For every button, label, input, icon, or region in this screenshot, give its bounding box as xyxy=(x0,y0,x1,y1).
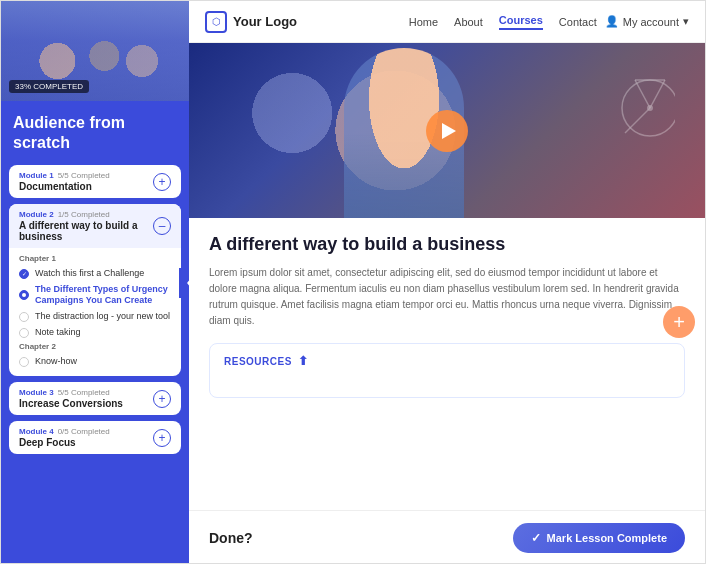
module-1-tag: Module 1 xyxy=(19,171,54,180)
top-nav: ⬡ Your Logo Home About Courses Contact 👤… xyxy=(189,1,705,43)
module-3-header[interactable]: Module 3 5/5 Completed Increase Conversi… xyxy=(9,382,181,415)
nav-account[interactable]: 👤 My account ▾ xyxy=(605,15,689,28)
course-thumbnail: 33% COMPLETED xyxy=(1,1,189,101)
lesson-text-5: Know-how xyxy=(35,356,77,368)
lesson-item[interactable]: The Different Types of Urgency Campaigns… xyxy=(19,282,171,309)
resources-section: RESOURCES ⬆ xyxy=(209,343,685,398)
module-4-status: 0/5 Completed xyxy=(58,427,110,436)
sidebar-collapse-button[interactable] xyxy=(179,268,189,298)
module-4-title: Deep Focus xyxy=(19,437,110,448)
main-content: ⬡ Your Logo Home About Courses Contact 👤… xyxy=(189,1,705,564)
sidebar-title-area: Audience from scratch xyxy=(1,101,189,161)
logo-icon: ⬡ xyxy=(205,11,227,33)
svg-line-1 xyxy=(635,80,650,108)
resources-header: RESOURCES ⬆ xyxy=(224,354,670,368)
logo-text: Your Logo xyxy=(233,14,297,29)
sidebar-title: Audience from scratch xyxy=(13,113,177,153)
main-scroll-area[interactable]: A different way to build a business Lore… xyxy=(189,43,705,510)
module-1-header[interactable]: Module 1 5/5 Completed Documentation + xyxy=(9,165,181,198)
svg-point-5 xyxy=(647,105,653,111)
resources-label: RESOURCES xyxy=(224,356,292,367)
lesson-text-3: The distraction log - your new tool xyxy=(35,311,170,323)
module-1-toggle[interactable]: + xyxy=(153,173,171,191)
module-3-title: Increase Conversions xyxy=(19,398,123,409)
lesson-text-1: Watch this first a Challenge xyxy=(35,268,144,280)
done-bar: Done? Mark Lesson Complete xyxy=(189,510,705,564)
module-3-item: Module 3 5/5 Completed Increase Conversi… xyxy=(9,382,181,415)
lesson-item[interactable]: Watch this first a Challenge xyxy=(19,266,171,282)
module-3-tag: Module 3 xyxy=(19,388,54,397)
progress-badge: 33% COMPLETED xyxy=(9,80,89,93)
svg-line-3 xyxy=(625,108,650,133)
svg-line-2 xyxy=(650,80,665,108)
content-body: A different way to build a business Lore… xyxy=(189,218,705,426)
content-description: Lorem ipsum dolor sit amet, consectetur … xyxy=(209,265,685,329)
module-1-status: 5/5 Completed xyxy=(58,171,110,180)
module-2-item: Module 2 1/5 Completed A different way t… xyxy=(9,204,181,376)
mark-complete-button[interactable]: Mark Lesson Complete xyxy=(513,523,685,553)
module-4-label: Module 4 0/5 Completed xyxy=(19,427,110,436)
module-3-toggle[interactable]: + xyxy=(153,390,171,408)
lesson-dot-2 xyxy=(19,290,29,300)
module-3-label: Module 3 5/5 Completed xyxy=(19,388,123,397)
lesson-text-4: Note taking xyxy=(35,327,81,339)
lesson-item[interactable]: The distraction log - your new tool xyxy=(19,309,171,325)
module-3-status: 5/5 Completed xyxy=(58,388,110,397)
module-2-chapters: Chapter 1 Watch this first a Challenge T… xyxy=(9,248,181,376)
hero-compass-icon xyxy=(595,63,675,183)
sidebar: 33% COMPLETED Audience from scratch Modu… xyxy=(1,1,189,564)
module-2-tag: Module 2 xyxy=(19,210,54,219)
module-2-title: A different way to build a business xyxy=(19,220,153,242)
lesson-text-2: The Different Types of Urgency Campaigns… xyxy=(35,284,171,307)
module-2-info: Module 2 1/5 Completed A different way t… xyxy=(19,210,153,242)
chapter-1-label: Chapter 1 xyxy=(19,254,171,263)
lesson-dot-4 xyxy=(19,328,29,338)
module-1-title: Documentation xyxy=(19,181,110,192)
account-person-icon: 👤 xyxy=(605,15,619,28)
module-1-label: Module 1 5/5 Completed xyxy=(19,171,110,180)
lesson-item[interactable]: Note taking xyxy=(19,325,171,341)
nav-link-home[interactable]: Home xyxy=(409,16,438,28)
module-4-item: Module 4 0/5 Completed Deep Focus + xyxy=(9,421,181,454)
module-item: Module 1 5/5 Completed Documentation + xyxy=(9,165,181,198)
nav-link-courses[interactable]: Courses xyxy=(499,14,543,30)
module-2-label: Module 2 1/5 Completed xyxy=(19,210,153,219)
module-1-info: Module 1 5/5 Completed Documentation xyxy=(19,171,110,192)
module-2-toggle[interactable]: – xyxy=(153,217,171,235)
resources-upload-icon: ⬆ xyxy=(298,354,309,368)
content-title: A different way to build a business xyxy=(209,234,685,255)
nav-link-about[interactable]: About xyxy=(454,16,483,28)
account-chevron: ▾ xyxy=(683,15,689,28)
nav-link-contact[interactable]: Contact xyxy=(559,16,597,28)
module-4-tag: Module 4 xyxy=(19,427,54,436)
float-plus-button[interactable]: + xyxy=(663,306,695,338)
lesson-dot-1 xyxy=(19,269,29,279)
lesson-dot-5 xyxy=(19,357,29,367)
module-2-status: 1/5 Completed xyxy=(58,210,110,219)
lesson-item[interactable]: Know-how xyxy=(19,354,171,370)
play-button[interactable] xyxy=(426,110,468,152)
chapter-2-label: Chapter 2 xyxy=(19,342,171,351)
hero-video[interactable] xyxy=(189,43,705,218)
module-2-header[interactable]: Module 2 1/5 Completed A different way t… xyxy=(9,204,181,248)
done-label: Done? xyxy=(209,530,253,546)
account-label: My account xyxy=(623,16,679,28)
lesson-dot-3 xyxy=(19,312,29,322)
module-4-info: Module 4 0/5 Completed Deep Focus xyxy=(19,427,110,448)
nav-links: Home About Courses Contact xyxy=(409,14,597,30)
logo-area: ⬡ Your Logo xyxy=(205,11,297,33)
module-3-info: Module 3 5/5 Completed Increase Conversi… xyxy=(19,388,123,409)
sidebar-modules: Module 1 5/5 Completed Documentation + M… xyxy=(1,161,189,564)
module-4-header[interactable]: Module 4 0/5 Completed Deep Focus + xyxy=(9,421,181,454)
module-4-toggle[interactable]: + xyxy=(153,429,171,447)
